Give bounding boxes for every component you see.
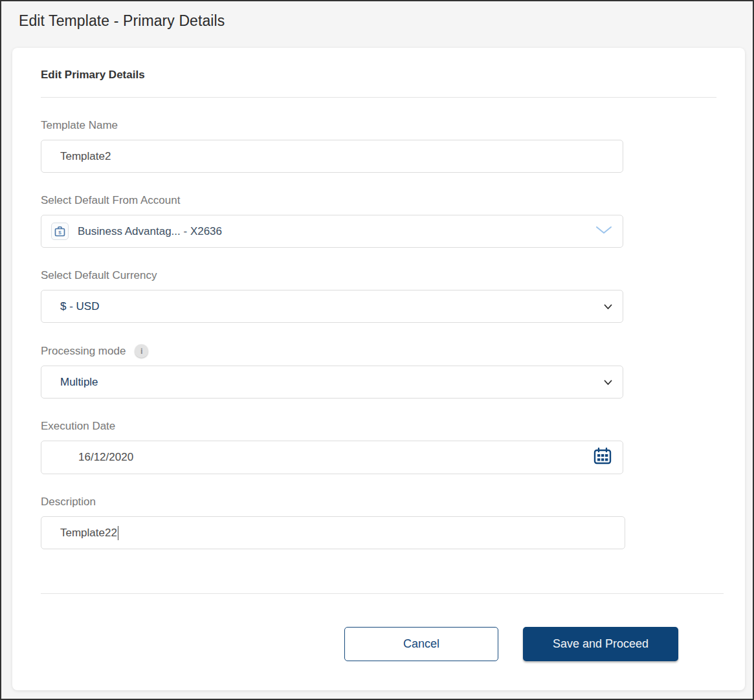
processing-mode-label: Processing mode i <box>41 344 716 358</box>
processing-mode-label-text: Processing mode <box>41 345 126 358</box>
calendar-icon[interactable] <box>593 446 612 469</box>
save-and-proceed-button[interactable]: Save and Proceed <box>523 627 678 661</box>
currency-label: Select Default Currency <box>41 269 716 282</box>
processing-mode-select[interactable]: Multiple <box>41 366 623 399</box>
page-header: Edit Template - Primary Details <box>1 1 753 47</box>
edit-primary-details-card: Edit Primary Details Template Name Selec… <box>12 48 745 690</box>
currency-value: $ - USD <box>60 300 604 313</box>
template-name-label: Template Name <box>41 119 716 132</box>
info-icon[interactable]: i <box>135 344 148 358</box>
text-caret <box>118 526 118 540</box>
chevron-down-icon <box>604 376 612 389</box>
footer-divider <box>41 593 724 594</box>
screen-frame: Edit Template - Primary Details Edit Pri… <box>0 0 754 700</box>
execution-date-value: 16/12/2020 <box>78 451 593 464</box>
briefcase-dollar-icon: $ <box>51 223 69 240</box>
from-account-value: Business Advantag... - X2636 <box>78 225 595 238</box>
from-account-dropdown[interactable]: $ Business Advantag... - X2636 <box>41 215 623 248</box>
description-input[interactable]: Template22 <box>41 516 625 549</box>
description-label: Description <box>41 496 716 509</box>
chevron-down-icon <box>595 225 612 238</box>
description-value: Template22 <box>60 527 117 540</box>
template-name-input[interactable] <box>41 140 623 173</box>
cancel-button[interactable]: Cancel <box>344 627 498 661</box>
from-account-label: Select Default From Account <box>41 194 716 207</box>
divider <box>41 97 716 98</box>
chevron-down-icon <box>604 300 612 313</box>
svg-text:$: $ <box>58 230 61 235</box>
execution-date-field[interactable]: 16/12/2020 <box>41 441 623 474</box>
page-title: Edit Template - Primary Details <box>19 12 753 30</box>
action-bar: Cancel Save and Proceed <box>41 627 716 661</box>
processing-mode-value: Multiple <box>60 376 604 389</box>
execution-date-label: Execution Date <box>41 420 716 433</box>
currency-select[interactable]: $ - USD <box>41 290 623 323</box>
card-heading: Edit Primary Details <box>41 69 716 82</box>
